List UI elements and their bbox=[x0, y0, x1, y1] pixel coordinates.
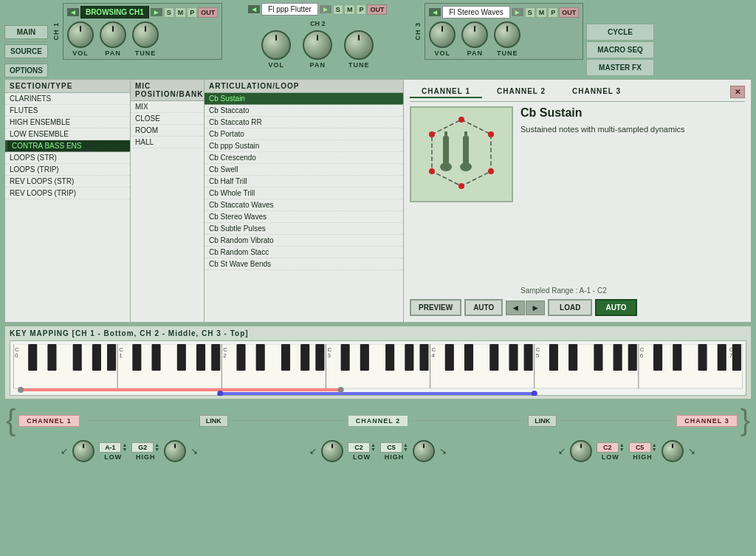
ch2-vol-knob[interactable] bbox=[261, 30, 291, 60]
ch2-low-val[interactable]: C2 bbox=[348, 442, 370, 453]
tab-channel3[interactable]: CHANNEL 3 bbox=[560, 86, 633, 98]
ch1-tune-knob[interactable] bbox=[132, 21, 159, 48]
list-item[interactable]: Cb Staccato bbox=[205, 105, 403, 117]
ch3-m-btn[interactable]: M bbox=[536, 7, 548, 18]
ch3-high-val[interactable]: C5 bbox=[629, 442, 651, 453]
instrument-display: Cb Sustain Sustained notes with multi-sa… bbox=[410, 106, 745, 295]
ch3-low-val[interactable]: C2 bbox=[597, 442, 619, 453]
ch1-s-btn[interactable]: S bbox=[164, 7, 174, 18]
link2-btn[interactable]: LINK bbox=[528, 415, 557, 427]
list-item[interactable]: Cb Subtle Pulses bbox=[205, 223, 403, 235]
ch2-s-btn[interactable]: S bbox=[333, 4, 343, 15]
ch1-low-down[interactable]: ▼ bbox=[122, 447, 127, 452]
list-item[interactable]: HIGH ENSEMBLE bbox=[5, 117, 130, 128]
list-item[interactable]: LOOPS (TRIP) bbox=[5, 164, 130, 176]
ch2-bottom-arrow-left[interactable]: ↙ bbox=[309, 446, 317, 456]
ch1-bottom-knob-left[interactable] bbox=[72, 440, 94, 462]
ch1-high-val[interactable]: G2 bbox=[131, 442, 154, 453]
tab-channel2[interactable]: CHANNEL 2 bbox=[485, 86, 557, 98]
list-item[interactable]: CLOSE bbox=[131, 113, 204, 125]
source-nav-btn[interactable]: SOURCE bbox=[4, 44, 48, 58]
ch1-next-btn[interactable]: ► bbox=[151, 8, 162, 16]
list-item[interactable]: Cb Staccato Waves bbox=[205, 199, 403, 211]
ch3-out-btn[interactable]: OUT bbox=[559, 7, 579, 18]
list-item[interactable]: Cb Portato bbox=[205, 128, 403, 140]
ch2-m-btn[interactable]: M bbox=[344, 4, 356, 15]
list-item[interactable]: LOOPS (STR) bbox=[5, 152, 130, 164]
ch1-pan-knob[interactable] bbox=[100, 21, 126, 48]
ch1-vol-knob[interactable] bbox=[67, 21, 94, 48]
next-arrow-btn[interactable]: ► bbox=[526, 301, 545, 315]
ch3-bottom-knob-left[interactable] bbox=[570, 440, 592, 462]
svg-text:1: 1 bbox=[119, 352, 123, 359]
ch3-tune-knob[interactable] bbox=[494, 21, 520, 48]
main-nav-btn[interactable]: MAIN bbox=[4, 25, 48, 39]
list-item-selected[interactable]: CONTRA BASS ENS bbox=[5, 140, 130, 152]
ch3-vol-knob[interactable] bbox=[429, 21, 456, 48]
ch3-bottom-arrow-left[interactable]: ↙ bbox=[558, 446, 566, 456]
ch2-out-btn[interactable]: OUT bbox=[367, 4, 387, 15]
ch2-bottom-arrow-right[interactable]: ↘ bbox=[439, 446, 447, 456]
list-item[interactable]: CLARINETS bbox=[5, 93, 130, 105]
list-item[interactable]: Cb Crescendo bbox=[205, 152, 403, 164]
ch2-prev-btn[interactable]: ◄ bbox=[248, 5, 260, 13]
ch2-p-btn[interactable]: P bbox=[356, 4, 366, 15]
ch3-high-down[interactable]: ▼ bbox=[652, 447, 657, 452]
tab-channel1[interactable]: CHANNEL 1 bbox=[410, 86, 482, 98]
ch3-p-btn[interactable]: P bbox=[548, 7, 558, 18]
prev-arrow-btn[interactable]: ◄ bbox=[506, 301, 525, 315]
close-detail-btn[interactable]: ✕ bbox=[730, 86, 745, 98]
articulation-scroll[interactable]: Cb Sustain Cb Staccato Cb Staccato RR Cb… bbox=[205, 93, 403, 318]
ch2-pan-knob[interactable] bbox=[303, 30, 332, 60]
auto-green-btn[interactable]: AUTO bbox=[595, 299, 636, 316]
list-item[interactable]: Cb Half Trill bbox=[205, 176, 403, 188]
master-fx-btn[interactable]: MASTER FX bbox=[586, 59, 654, 76]
list-item[interactable]: ROOM bbox=[131, 125, 204, 137]
ch1-bottom-knob-right[interactable] bbox=[164, 440, 186, 462]
auto-gray-btn[interactable]: AUTO bbox=[464, 299, 503, 316]
ch1-bottom-arrow-left[interactable]: ↙ bbox=[61, 446, 68, 456]
ch3-bottom-knob-right[interactable] bbox=[662, 440, 684, 462]
ch1-m-btn[interactable]: M bbox=[175, 7, 187, 18]
list-item[interactable]: FLUTES bbox=[5, 105, 130, 117]
list-item[interactable]: Cb Stereo Waves bbox=[205, 211, 403, 223]
ch3-s-btn[interactable]: S bbox=[525, 7, 535, 18]
ch3-bottom-arrow-right[interactable]: ↘ bbox=[688, 446, 695, 456]
ch1-p-btn[interactable]: P bbox=[187, 7, 197, 18]
load-btn[interactable]: LOAD bbox=[548, 299, 592, 316]
ch2-high-down[interactable]: ▼ bbox=[403, 447, 408, 452]
list-item[interactable]: Cb Random Vibrato bbox=[205, 235, 403, 247]
ch1-bottom-arrow-right[interactable]: ↘ bbox=[190, 446, 198, 456]
list-item[interactable]: REV LOOPS (TRIP) bbox=[5, 188, 130, 199]
options-nav-btn[interactable]: OPTIONS bbox=[4, 64, 48, 78]
ch3-prev-btn[interactable]: ◄ bbox=[429, 8, 441, 16]
list-item[interactable]: HALL bbox=[131, 137, 204, 148]
preview-btn[interactable]: PREVIEW bbox=[410, 299, 461, 316]
ch2-tune-knob[interactable] bbox=[344, 30, 374, 60]
list-item[interactable]: MIX bbox=[131, 101, 204, 113]
cycle-btn[interactable]: CYCLE bbox=[586, 24, 654, 41]
ch2-bottom-knob-right[interactable] bbox=[413, 440, 435, 462]
ch3-low-down[interactable]: ▼ bbox=[619, 447, 625, 452]
ch2-high-val[interactable]: C5 bbox=[380, 442, 402, 453]
link1-btn[interactable]: LINK bbox=[199, 415, 228, 427]
ch2-low-down[interactable]: ▼ bbox=[371, 447, 376, 452]
list-item[interactable]: Cb Staccato RR bbox=[205, 117, 403, 128]
ch1-high-down[interactable]: ▼ bbox=[154, 447, 159, 452]
list-item[interactable]: Cb ppp Sustain bbox=[205, 140, 403, 152]
list-item[interactable]: Cb Whole Trill bbox=[205, 188, 403, 199]
list-item[interactable]: Cb St Wave Bends bbox=[205, 258, 403, 270]
list-item[interactable]: Cb Random Stacc bbox=[205, 247, 403, 258]
ch1-prev-btn[interactable]: ◄ bbox=[67, 8, 79, 16]
list-item[interactable]: LOW ENSEMBLE bbox=[5, 128, 130, 140]
macro-seq-btn[interactable]: MACRO SEQ bbox=[586, 41, 654, 58]
artic-item-selected[interactable]: Cb Sustain bbox=[205, 93, 403, 105]
ch1-out-btn[interactable]: OUT bbox=[198, 7, 218, 18]
ch1-low-val[interactable]: A-1 bbox=[99, 442, 121, 453]
list-item[interactable]: REV LOOPS (STR) bbox=[5, 176, 130, 188]
list-item[interactable]: Cb Swell bbox=[205, 164, 403, 176]
ch3-pan-knob[interactable] bbox=[461, 21, 488, 48]
ch3-next-btn[interactable]: ► bbox=[512, 8, 523, 16]
ch2-bottom-knob-left[interactable] bbox=[321, 440, 343, 462]
ch2-next-btn[interactable]: ► bbox=[320, 5, 331, 13]
